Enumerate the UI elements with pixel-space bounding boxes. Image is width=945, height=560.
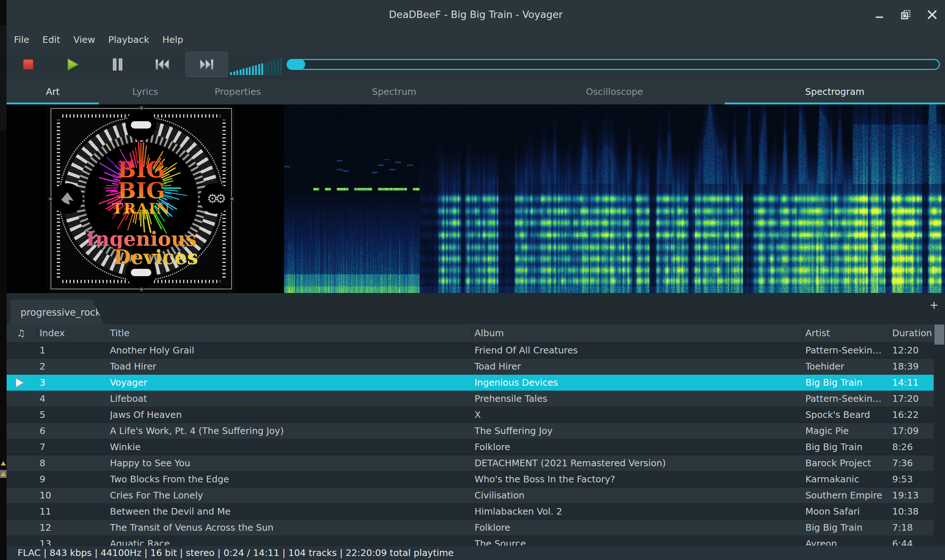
playlist-row-3[interactable]: 3VoyagerIngenious DevicesBig Big Train14…	[6, 375, 934, 391]
album-art-pane: ⚙⚙ BIG BIG TRAIN Ingenious Devices	[6, 105, 284, 293]
cell-index: 13	[40, 536, 102, 546]
tab-spectrogram[interactable]: Spectrogram	[725, 79, 945, 105]
volume-bar	[233, 71, 235, 75]
window-controls	[874, 0, 938, 29]
previous-button[interactable]	[142, 50, 182, 79]
volume-bar	[258, 64, 260, 75]
playlist-row-2[interactable]: 2Toad HirerToad HirerToehider18:39	[6, 358, 934, 375]
cell-title: Happy to See You	[110, 455, 469, 471]
column-playing-icon[interactable]: ♫	[17, 325, 25, 342]
cell-index: 5	[40, 407, 102, 423]
playlist-row-6[interactable]: 6A Life's Work, Pt. 4 (The Suffering Joy…	[6, 423, 934, 439]
play-button[interactable]	[53, 50, 93, 79]
cell-duration: 7:36	[892, 455, 933, 471]
cell-album: Folklore	[475, 520, 801, 535]
tab-properties[interactable]: Properties	[192, 79, 284, 105]
cell-artist: Toehider	[805, 358, 889, 374]
cell-artist: Magic Pie	[805, 423, 889, 439]
cell-artist: Karmakanic	[805, 471, 889, 487]
tab-label: Art	[46, 86, 60, 97]
playlist-row-4[interactable]: 4LifeboatPrehensile TalesPattern-Seekin……	[6, 391, 934, 407]
cell-title: A Life's Work, Pt. 4 (The Suffering Joy)	[110, 423, 469, 439]
window-title: DeaDBeeF - Big Big Train - Voyager	[6, 0, 945, 29]
close-button[interactable]	[927, 9, 938, 20]
tab-oscilloscope[interactable]: Oscilloscope	[504, 79, 725, 105]
deadbeef-window: DeaDBeeF - Big Big Train - Voyager File	[6, 0, 945, 560]
cell-album: Prehensile Tales	[475, 391, 801, 406]
cell-index: 11	[40, 504, 102, 519]
background-warning-icon	[1, 461, 6, 466]
menu-edit[interactable]: Edit	[43, 34, 60, 45]
stop-button[interactable]	[8, 50, 48, 79]
cell-index: 7	[40, 439, 102, 455]
restore-button[interactable]	[900, 9, 911, 20]
playlist-scrollbar[interactable]	[934, 325, 945, 546]
playlist-tab-progressive-rock[interactable]: progressive_rock	[10, 300, 105, 325]
screen: DeaDBeeF - Big Big Train - Voyager File	[0, 0, 945, 560]
cell-title: Between the Devil and Me	[110, 504, 469, 519]
cell-duration: 9:53	[892, 471, 933, 487]
tab-lyrics[interactable]: Lyrics	[99, 79, 191, 105]
seek-bar[interactable]	[287, 59, 940, 70]
previous-icon	[154, 58, 170, 71]
minimize-button[interactable]	[874, 9, 885, 20]
cell-title: Lifeboat	[110, 391, 469, 406]
playlist-row-11[interactable]: 11Between the Devil and MeHimlabacken Vo…	[6, 504, 934, 520]
left-panel-tabs: ArtLyricsProperties	[6, 79, 284, 105]
minimize-icon	[875, 10, 884, 19]
seek-progress	[287, 59, 305, 69]
column-duration[interactable]: Duration	[892, 325, 932, 342]
playlist-tab-strip: progressive_rock +	[6, 293, 945, 325]
cell-artist: Pattern-Seekin…	[805, 342, 889, 358]
cell-artist: Barock Project	[805, 455, 889, 471]
column-title[interactable]: Title	[110, 325, 130, 342]
cell-duration: 8:26	[892, 439, 933, 455]
status-text: FLAC | 843 kbps | 44100Hz | 16 bit | ste…	[18, 546, 454, 560]
tab-spectrum[interactable]: Spectrum	[284, 79, 504, 105]
play-icon	[66, 57, 80, 71]
cell-duration: 17:20	[892, 391, 933, 406]
spectrogram-visualization	[284, 105, 945, 293]
column-album[interactable]: Album	[475, 325, 504, 342]
menu-help[interactable]: Help	[162, 34, 183, 45]
tab-label: Spectrogram	[805, 86, 865, 97]
next-button[interactable]	[185, 51, 228, 78]
tab-art[interactable]: Art	[6, 79, 99, 105]
cell-index: 3	[40, 375, 102, 391]
menu-file[interactable]: File	[14, 34, 29, 45]
background-window-strip	[0, 0, 6, 560]
playlist-row-5[interactable]: 5Jaws Of HeavenXSpock's Beard16:22	[6, 407, 934, 423]
pause-icon	[111, 57, 124, 72]
cell-index: 4	[40, 391, 102, 406]
titlebar[interactable]: DeaDBeeF - Big Big Train - Voyager	[6, 0, 945, 29]
playlist-row-13[interactable]: 13Aquatic RaceThe SourceAyreon6:44	[6, 536, 934, 546]
menu-playback[interactable]: Playback	[108, 34, 150, 45]
cell-artist: Southern Empire	[805, 488, 889, 503]
restore-icon	[901, 9, 911, 20]
menu-view[interactable]: View	[73, 34, 95, 45]
volume-bar	[240, 69, 242, 75]
new-playlist-button[interactable]: +	[927, 298, 940, 312]
tab-label: Spectrum	[372, 86, 416, 97]
cell-album: X	[475, 407, 801, 423]
playlist-row-10[interactable]: 10Cries For The LonelyCivilisationSouthe…	[6, 488, 934, 504]
column-artist[interactable]: Artist	[805, 325, 830, 342]
playlist-row-8[interactable]: 8Happy to See YouDETACHMENT (2021 Remast…	[6, 455, 934, 471]
right-panel-tabs: SpectrumOscilloscopeSpectrogram	[284, 79, 945, 105]
playlist-row-1[interactable]: 1Another Holy GrailFriend Of All Creatur…	[6, 342, 934, 358]
volume-control[interactable]	[230, 57, 285, 75]
cell-album: Folklore	[475, 439, 801, 455]
volume-bar	[265, 63, 267, 75]
volume-bar	[267, 62, 269, 75]
playlist-row-12[interactable]: 12The Transit of Venus Across the SunFol…	[6, 520, 934, 536]
cell-title: Cries For The Lonely	[110, 488, 469, 503]
cell-title: Toad Hirer	[110, 358, 469, 374]
volume-bar	[277, 59, 279, 75]
cell-album: DETACHMENT (2021 Remastered Version)	[475, 455, 801, 471]
scrollbar-thumb[interactable]	[934, 325, 944, 345]
playlist-row-7[interactable]: 7WinkieFolkloreBig Big Train8:26	[6, 439, 934, 455]
pause-button[interactable]	[97, 50, 138, 79]
cell-album: The Source	[475, 536, 801, 546]
column-index[interactable]: Index	[40, 325, 65, 342]
playlist-row-9[interactable]: 9Two Blocks From the EdgeWho's the Boss …	[6, 471, 934, 488]
